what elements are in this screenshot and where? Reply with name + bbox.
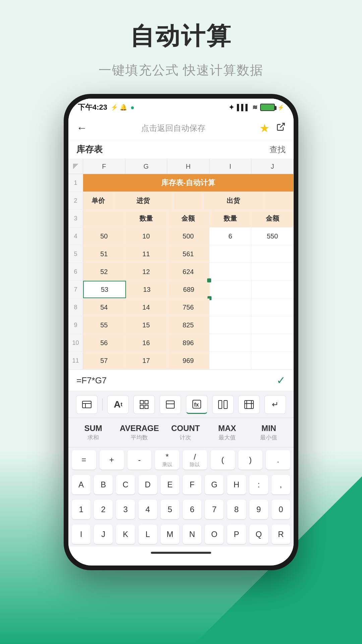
cell-10-g[interactable]: 16	[125, 334, 168, 352]
key-dot[interactable]: .	[266, 450, 290, 470]
back-button[interactable]: ←	[76, 122, 87, 134]
cell-8-f[interactable]: 54	[83, 299, 125, 316]
cell-6-g[interactable]: 12	[125, 263, 168, 280]
cell-11-f[interactable]: 57	[83, 352, 125, 369]
cell-4-j[interactable]: 550	[251, 227, 294, 245]
key-r[interactable]: R	[272, 525, 290, 544]
formula-icon-btn[interactable]: fx	[186, 395, 207, 414]
key-plus[interactable]: +	[100, 450, 124, 470]
merged-title-cell[interactable]: 库存表-自动计算	[83, 174, 294, 192]
key-p[interactable]: P	[227, 525, 246, 544]
max-function-btn[interactable]: MAX 最大值	[212, 424, 242, 441]
cell-5-j[interactable]	[251, 245, 294, 263]
key-3[interactable]: 3	[116, 500, 135, 519]
cell-7-h[interactable]: 689	[168, 281, 210, 298]
key-9[interactable]: 9	[249, 500, 268, 519]
min-function-btn[interactable]: MIN 最小值	[254, 424, 284, 441]
key-n[interactable]: N	[183, 525, 201, 544]
cell-8-h[interactable]: 756	[167, 299, 209, 316]
cell-3-h[interactable]: 金额	[167, 210, 209, 227]
key-2[interactable]: 2	[94, 500, 113, 519]
cell-6-i[interactable]	[209, 263, 252, 280]
key-c[interactable]: C	[116, 475, 135, 494]
key-o[interactable]: O	[205, 525, 224, 544]
favorite-button[interactable]: ★	[259, 121, 269, 135]
cell-10-f[interactable]: 56	[83, 334, 125, 352]
cell-11-g[interactable]: 17	[125, 352, 168, 369]
fill-handle-top[interactable]	[207, 278, 211, 282]
merge-icon-btn[interactable]	[212, 395, 234, 414]
key-multiply[interactable]: * 乘以	[155, 450, 179, 470]
cell-4-i[interactable]: 6	[209, 227, 252, 245]
key-0[interactable]: 0	[272, 500, 290, 519]
cell-4-f[interactable]: 50	[83, 227, 125, 245]
cell-8-g[interactable]: 14	[125, 299, 168, 316]
cell-4-g[interactable]: 10	[125, 227, 168, 245]
cell-2-h[interactable]	[173, 192, 203, 209]
key-l[interactable]: L	[138, 525, 157, 544]
key-b[interactable]: B	[94, 475, 113, 494]
key-d[interactable]: D	[138, 475, 157, 494]
cell-2-g[interactable]: 进货	[113, 192, 173, 209]
key-4[interactable]: 4	[138, 500, 157, 519]
count-function-btn[interactable]: COUNT 计次	[170, 424, 200, 441]
cell-7-i[interactable]	[210, 281, 252, 298]
formula-text[interactable]: =F7*G7	[76, 375, 107, 386]
key-rparen[interactable]: )	[238, 450, 263, 470]
cell-2-i[interactable]: 出货	[203, 192, 263, 209]
key-a[interactable]: A	[72, 475, 90, 494]
key-f[interactable]: F	[183, 475, 201, 494]
cell-11-i[interactable]	[209, 352, 252, 369]
formula-confirm-button[interactable]: ✓	[277, 374, 286, 387]
cell-2-f[interactable]: 单价	[83, 192, 113, 209]
cell-5-f[interactable]: 51	[83, 245, 125, 263]
key-equals[interactable]: =	[72, 450, 96, 470]
share-button[interactable]	[276, 122, 286, 134]
cell-11-h[interactable]: 969	[167, 352, 209, 369]
key-6[interactable]: 6	[183, 500, 201, 519]
table-icon-btn[interactable]	[76, 395, 98, 414]
key-k[interactable]: K	[116, 525, 135, 544]
cell-format-icon-btn[interactable]	[238, 395, 260, 414]
sum-function-btn[interactable]: SUM 求和	[78, 424, 108, 441]
cell-3-g[interactable]: 数量	[125, 210, 168, 227]
key-comma[interactable]: ,	[272, 475, 290, 494]
cell-6-f[interactable]: 52	[83, 263, 125, 280]
cell-9-g[interactable]: 15	[125, 316, 168, 334]
cell-7-f[interactable]: 53	[83, 281, 126, 298]
key-q[interactable]: Q	[249, 525, 268, 544]
key-i[interactable]: I	[72, 525, 90, 544]
key-1[interactable]: 1	[72, 500, 90, 519]
key-g[interactable]: G	[205, 475, 224, 494]
key-m[interactable]: M	[161, 525, 179, 544]
key-lparen[interactable]: (	[210, 450, 235, 470]
cell-10-j[interactable]	[251, 334, 294, 352]
cell-3-i[interactable]: 数量	[209, 210, 252, 227]
grid-icon-btn[interactable]	[133, 395, 155, 414]
cell-3-f[interactable]	[83, 210, 125, 227]
cell-9-i[interactable]	[209, 316, 252, 334]
cell-2-j[interactable]	[263, 192, 294, 209]
cell-4-h[interactable]: 500	[167, 227, 209, 245]
cell-3-j[interactable]: 金额	[251, 210, 294, 227]
cell-6-h[interactable]: 624	[167, 263, 209, 280]
key-5[interactable]: 5	[161, 500, 179, 519]
key-j[interactable]: J	[94, 525, 113, 544]
key-e[interactable]: E	[161, 475, 179, 494]
cell-7-j[interactable]	[252, 281, 294, 298]
cell-5-g[interactable]: 11	[125, 245, 168, 263]
cell-9-f[interactable]: 55	[83, 316, 125, 334]
cell-8-j[interactable]	[251, 299, 294, 316]
key-divide[interactable]: / 除以	[183, 450, 207, 470]
cell-6-j[interactable]	[251, 263, 294, 280]
cell-7-g[interactable]: 13	[126, 281, 168, 298]
cell-5-h[interactable]: 561	[167, 245, 209, 263]
cell-10-i[interactable]	[209, 334, 252, 352]
key-h[interactable]: H	[227, 475, 246, 494]
average-function-btn[interactable]: AVERAGE 平均数	[120, 424, 159, 441]
split-icon-btn[interactable]	[160, 395, 181, 414]
key-minus[interactable]: -	[127, 450, 152, 470]
key-7[interactable]: 7	[205, 500, 224, 519]
cell-9-h[interactable]: 825	[167, 316, 209, 334]
cell-9-j[interactable]	[251, 316, 294, 334]
